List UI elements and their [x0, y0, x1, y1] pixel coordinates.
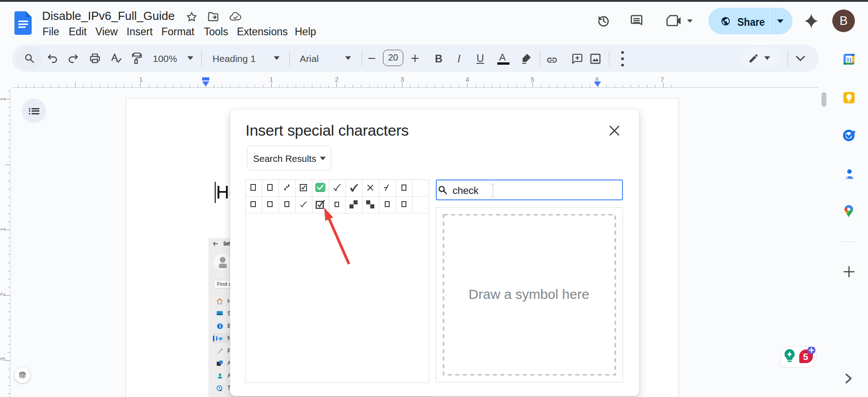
svg-text:31: 31 [846, 57, 852, 62]
svg-text:5: 5 [803, 351, 808, 362]
